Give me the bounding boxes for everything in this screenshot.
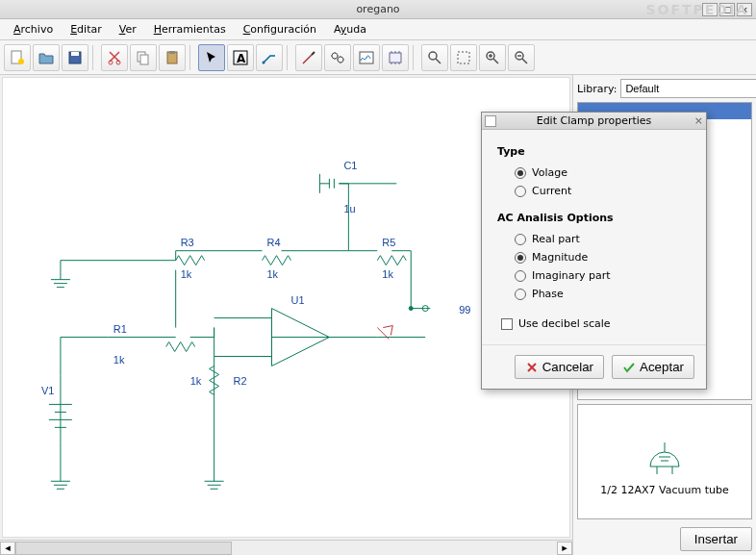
svg-point-14 bbox=[338, 57, 343, 63]
title-bar: oregano – □ × SOFTPEDIA bbox=[0, 0, 756, 19]
zoom-out-button[interactable] bbox=[508, 44, 535, 71]
svg-point-17 bbox=[429, 52, 437, 60]
radio-imaginary[interactable]: Imaginary part bbox=[515, 266, 691, 285]
insert-button[interactable]: Insertar bbox=[680, 527, 752, 551]
cancel-icon bbox=[525, 361, 539, 374]
svg-point-12 bbox=[263, 61, 265, 63]
menu-editar[interactable]: Editar bbox=[63, 21, 110, 38]
minimize-button[interactable]: – bbox=[702, 3, 718, 16]
parts-button[interactable] bbox=[382, 44, 409, 71]
svg-rect-16 bbox=[390, 53, 401, 63]
svg-text:99: 99 bbox=[459, 304, 470, 315]
menu-archivo[interactable]: Archivo bbox=[6, 21, 61, 38]
dialog-close-icon[interactable]: × bbox=[694, 114, 703, 127]
svg-point-13 bbox=[332, 53, 338, 59]
radio-magnitude[interactable]: Magnitude bbox=[515, 248, 691, 266]
svg-text:1u: 1u bbox=[343, 203, 355, 214]
cancel-button[interactable]: Cancelar bbox=[515, 355, 604, 379]
toolbar: A bbox=[0, 40, 756, 75]
svg-text:1k: 1k bbox=[190, 375, 202, 387]
svg-text:1k: 1k bbox=[267, 268, 279, 280]
menu-ver[interactable]: Ver bbox=[112, 21, 144, 38]
menu-herramientas[interactable]: Herramientas bbox=[146, 21, 234, 38]
svg-text:V1: V1 bbox=[41, 385, 54, 396]
library-select[interactable] bbox=[620, 79, 756, 98]
type-heading: Type bbox=[497, 145, 691, 158]
dialog-title: Edit Clamp properties bbox=[537, 114, 652, 127]
svg-text:R1: R1 bbox=[113, 323, 127, 335]
radio-icon bbox=[515, 186, 526, 197]
part-name: 1/2 12AX7 Vacuum tube bbox=[600, 484, 728, 496]
wire-tool[interactable] bbox=[256, 44, 283, 71]
zoom-in-button[interactable] bbox=[479, 44, 506, 71]
svg-text:R3: R3 bbox=[181, 237, 194, 248]
text-tool[interactable]: A bbox=[227, 44, 254, 71]
svg-text:R4: R4 bbox=[267, 237, 281, 248]
save-button[interactable] bbox=[62, 44, 88, 71]
svg-text:R2: R2 bbox=[234, 375, 247, 387]
open-button[interactable] bbox=[33, 44, 60, 71]
menu-bar: Archivo Editar Ver Herramientas Configur… bbox=[0, 19, 756, 40]
svg-rect-3 bbox=[71, 52, 79, 56]
accept-button[interactable]: Aceptar bbox=[612, 355, 694, 379]
vacuum-tube-icon bbox=[636, 428, 693, 476]
menu-configuracion[interactable]: Configuración bbox=[236, 21, 324, 38]
svg-text:C1: C1 bbox=[343, 160, 357, 171]
simulate-button[interactable] bbox=[324, 44, 351, 71]
find-button[interactable] bbox=[421, 44, 448, 71]
accept-icon bbox=[622, 361, 636, 374]
radio-current[interactable]: Current bbox=[515, 182, 691, 200]
menu-ayuda[interactable]: Ayuda bbox=[326, 21, 374, 38]
zoom-extents-button[interactable] bbox=[450, 44, 477, 71]
svg-point-1 bbox=[18, 59, 24, 64]
pointer-tool[interactable] bbox=[198, 44, 225, 71]
svg-text:A: A bbox=[237, 52, 246, 65]
library-label: Library: bbox=[577, 83, 617, 95]
horizontal-scrollbar[interactable]: ◂ ▸ bbox=[0, 540, 572, 555]
part-preview: 1/2 12AX7 Vacuum tube bbox=[577, 404, 752, 519]
svg-point-21 bbox=[409, 307, 413, 311]
plot-button[interactable] bbox=[353, 44, 380, 71]
new-button[interactable] bbox=[4, 44, 31, 71]
copy-button[interactable] bbox=[130, 44, 157, 71]
svg-text:U1: U1 bbox=[290, 294, 304, 306]
scroll-right-icon[interactable]: ▸ bbox=[557, 542, 572, 555]
close-button[interactable]: × bbox=[737, 3, 752, 16]
ac-heading: AC Analisis Options bbox=[497, 212, 691, 224]
radio-real[interactable]: Real part bbox=[515, 230, 691, 248]
checkbox-icon bbox=[501, 318, 513, 330]
clamp-properties-dialog: Edit Clamp properties × Type Volage Curr… bbox=[481, 112, 707, 390]
svg-rect-7 bbox=[140, 55, 148, 64]
svg-text:1k: 1k bbox=[113, 354, 125, 366]
window-title: oregano bbox=[356, 3, 399, 15]
svg-text:1k: 1k bbox=[382, 268, 393, 280]
maximize-button[interactable]: □ bbox=[719, 3, 735, 16]
probe-tool[interactable] bbox=[295, 44, 322, 71]
dialog-icon bbox=[485, 115, 496, 127]
cut-button[interactable] bbox=[101, 44, 128, 71]
checkbox-decibel[interactable]: Use decibel scale bbox=[501, 315, 691, 333]
svg-text:1k: 1k bbox=[181, 268, 192, 280]
svg-rect-18 bbox=[458, 52, 469, 63]
svg-rect-9 bbox=[169, 51, 175, 54]
dialog-titlebar[interactable]: Edit Clamp properties × bbox=[482, 113, 706, 130]
radio-icon bbox=[515, 167, 526, 179]
paste-button[interactable] bbox=[159, 44, 186, 71]
scroll-left-icon[interactable]: ◂ bbox=[0, 542, 15, 555]
radio-voltage[interactable]: Volage bbox=[515, 164, 691, 182]
svg-text:R5: R5 bbox=[382, 237, 395, 248]
radio-phase[interactable]: Phase bbox=[515, 285, 691, 303]
